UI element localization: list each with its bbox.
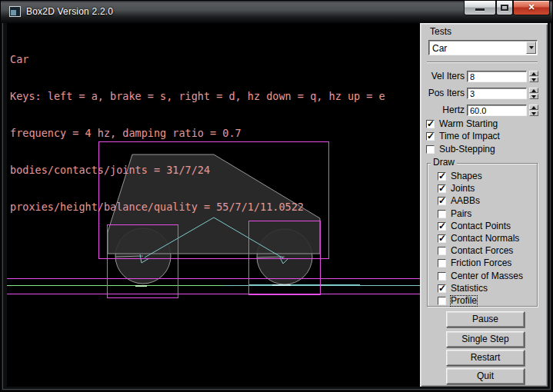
time-of-impact-label: Time of Impact	[439, 131, 500, 141]
center-of-masses-label: Center of Masses	[451, 271, 523, 281]
spinner-up-button[interactable]	[529, 88, 538, 93]
spinner-down-button[interactable]	[529, 111, 538, 116]
aabbs-label: AABBs	[451, 196, 480, 206]
checkbox-aabbs[interactable]	[438, 197, 446, 205]
checkbox-pairs[interactable]	[438, 210, 446, 218]
title-bar[interactable]: Box2D Version 2.2.0 ✕	[1, 1, 553, 23]
checkbox-sub-stepping[interactable]	[426, 145, 435, 154]
checkbox-statistics[interactable]	[438, 284, 446, 293]
hertz-spinner	[529, 105, 538, 116]
pairs-label: Pairs	[451, 209, 471, 219]
warm-starting-label: Warm Starting	[439, 119, 498, 129]
minimize-button[interactable]	[464, 1, 496, 15]
chevron-down-icon	[529, 46, 534, 49]
hertz-label: Hertz	[420, 105, 465, 115]
separator	[427, 61, 538, 63]
window-icon	[9, 6, 21, 17]
stat-line-test-name: Car	[10, 53, 385, 65]
profile-label: Profile	[451, 296, 477, 306]
shapes-label: Shapes	[451, 171, 482, 181]
stat-line-proxies: proxies/height/balance/quality = 55/7/1/…	[10, 201, 385, 213]
pos-iters-label: Pos Iters	[420, 88, 465, 98]
stat-line-bodies: bodies/contacts/joints = 31/7/24	[10, 164, 385, 176]
control-panel: Tests Car Vel Iters Pos Iters Hertz	[420, 23, 548, 387]
arrow-down-icon	[531, 112, 536, 115]
window-title: Box2D Version 2.2.0	[26, 6, 113, 17]
contact-forces-label: Contact Forces	[451, 246, 513, 256]
dropdown-arrow-button[interactable]	[526, 42, 536, 54]
spinner-up-button[interactable]	[529, 71, 538, 76]
contact-normals-label: Contact Normals	[451, 234, 519, 244]
checkbox-joints[interactable]	[438, 184, 446, 193]
stat-line-keys: Keys: left = a, brake = s, right = d, hz…	[10, 90, 385, 102]
maximize-button[interactable]	[496, 1, 513, 15]
quit-button[interactable]: Quit	[446, 368, 525, 384]
arrow-up-icon	[531, 106, 536, 109]
spinner-down-button[interactable]	[529, 77, 538, 82]
contact-points-label: Contact Points	[451, 221, 511, 231]
checkbox-contact-points[interactable]	[438, 222, 446, 231]
checkbox-center-of-masses[interactable]	[438, 272, 446, 281]
close-icon: ✕	[514, 2, 549, 12]
checkbox-friction-forces[interactable]	[438, 259, 446, 267]
spinner-down-button[interactable]	[529, 94, 538, 99]
sub-stepping-label: Sub-Stepping	[439, 145, 495, 154]
checkbox-time-of-impact[interactable]	[426, 132, 435, 141]
statistics-label: Statistics	[451, 284, 488, 294]
vel-iters-spinner	[529, 71, 538, 82]
restart-button[interactable]: Restart	[446, 350, 525, 366]
statistics-text: Car Keys: left = a, brake = s, right = d…	[10, 28, 385, 238]
checkbox-shapes[interactable]	[438, 172, 446, 181]
single-step-button[interactable]: Single Step	[446, 331, 525, 347]
arrow-up-icon	[531, 89, 536, 92]
friction-forces-label: Friction Forces	[451, 258, 511, 268]
arrow-up-icon	[531, 72, 536, 75]
tests-dropdown[interactable]: Car	[428, 40, 538, 55]
stat-line-frequency: frequency = 4 hz, damping ratio = 0.7	[10, 127, 385, 139]
checkbox-warm-starting[interactable]	[426, 120, 435, 128]
close-button[interactable]: ✕	[513, 1, 550, 15]
spinner-up-button[interactable]	[529, 105, 538, 110]
joints-label: Joints	[451, 184, 475, 194]
checkbox-contact-normals[interactable]	[438, 234, 446, 243]
arrow-down-icon	[531, 95, 536, 98]
tests-label: Tests	[430, 27, 451, 37]
maximize-icon	[501, 5, 508, 11]
checkbox-profile[interactable]	[438, 297, 446, 305]
vel-iters-label: Vel Iters	[420, 71, 465, 81]
vel-iters-field[interactable]	[467, 71, 527, 82]
checkbox-contact-forces[interactable]	[438, 247, 446, 255]
minimize-icon	[475, 8, 485, 11]
arrow-down-icon	[531, 78, 536, 81]
draw-group-title: Draw	[431, 158, 457, 168]
pos-iters-field[interactable]	[467, 88, 527, 99]
pause-button[interactable]: Pause	[446, 311, 525, 327]
pos-iters-spinner	[529, 88, 538, 99]
hertz-field[interactable]	[467, 105, 527, 116]
app-window: Box2D Version 2.2.0 ✕	[0, 0, 553, 392]
simulation-canvas[interactable]: Car Keys: left = a, brake = s, right = d…	[7, 23, 420, 387]
tests-dropdown-value: Car	[432, 43, 447, 54]
